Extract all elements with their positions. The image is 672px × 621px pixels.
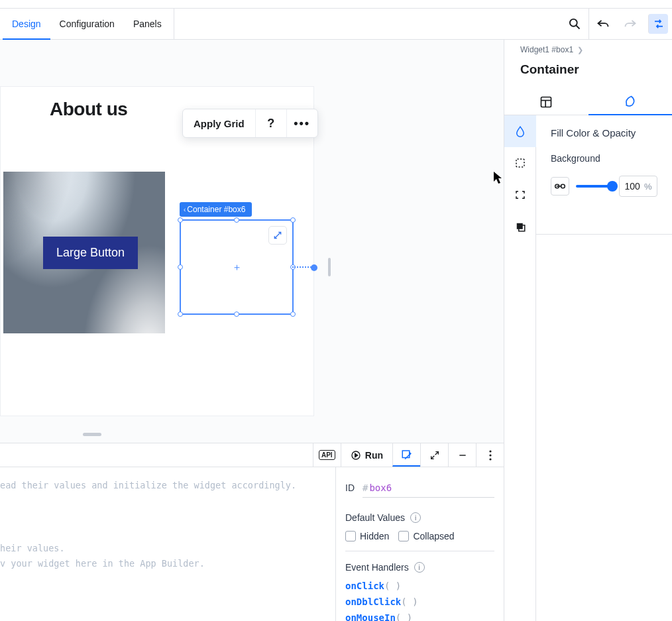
svg-rect-17 <box>402 451 410 458</box>
opacity-control: 100 % <box>551 176 657 197</box>
tab-panels[interactable]: Panels <box>124 9 171 39</box>
tab-configuration[interactable]: Configuration <box>50 9 124 39</box>
handler-onmousein[interactable]: onMouseIn( ) <box>345 612 494 621</box>
apply-grid-button[interactable]: Apply Grid <box>183 109 255 137</box>
svg-marker-16 <box>355 453 357 457</box>
background-label: Background <box>551 153 657 164</box>
hidden-label: Hidden <box>360 531 389 541</box>
resize-handle[interactable] <box>234 217 239 223</box>
api-button[interactable]: API <box>313 443 341 467</box>
resize-handle[interactable] <box>178 311 183 317</box>
svg-point-21 <box>489 450 491 452</box>
hidden-checkbox[interactable]: Hidden <box>345 531 389 541</box>
minimize-panel-button[interactable] <box>448 443 476 467</box>
id-label: ID <box>345 482 355 493</box>
link-icon[interactable] <box>551 177 569 196</box>
snap-target <box>328 258 331 276</box>
properties-panel-button[interactable] <box>392 443 420 467</box>
opacity-value: 100 <box>625 181 640 192</box>
help-icon[interactable]: ? <box>256 109 286 137</box>
inspector-rail <box>504 115 536 621</box>
id-input[interactable]: # box6 <box>363 478 494 498</box>
svg-point-22 <box>489 454 491 456</box>
tab-design[interactable]: Design <box>3 9 50 40</box>
svg-point-0 <box>570 19 577 27</box>
properties-panel: ID # box6 Default Values i Hidden Collap… <box>335 467 504 621</box>
context-toolbar: Apply Grid ? ••• <box>182 109 318 138</box>
large-button[interactable]: Large Button <box>43 237 138 269</box>
inspector-tab-design[interactable] <box>588 89 673 115</box>
svg-point-23 <box>489 458 491 460</box>
run-button[interactable]: Run <box>341 443 392 467</box>
code-line: ead their values and initialize the widg… <box>0 480 296 490</box>
info-icon[interactable]: i <box>414 562 425 573</box>
run-label: Run <box>365 450 383 461</box>
add-icon[interactable]: ＋ <box>232 261 242 274</box>
rail-shadow-button[interactable] <box>504 211 536 243</box>
selected-container[interactable]: ＋ <box>180 219 294 315</box>
opacity-unit: % <box>644 182 652 192</box>
inspector-title: Container <box>504 54 672 89</box>
selection-tag[interactable]: ‹ Container #box6 <box>180 202 252 217</box>
collapsed-checkbox[interactable]: Collapsed <box>398 531 454 541</box>
design-canvas[interactable]: About us Large Button ‹ Container #box6 … <box>0 40 504 443</box>
resize-handle[interactable] <box>290 217 296 223</box>
id-value: box6 <box>369 482 392 493</box>
defaults-title: Default Values <box>345 512 405 523</box>
redo-button[interactable] <box>616 8 644 40</box>
resize-handle[interactable] <box>178 264 183 270</box>
resize-handle[interactable] <box>290 311 296 317</box>
top-toolbar: Design Configuration Panels <box>0 8 672 40</box>
expand-icon[interactable] <box>268 226 287 245</box>
breadcrumb[interactable]: Widget1 #box1 ❯ <box>504 40 672 54</box>
more-icon[interactable]: ••• <box>287 109 317 137</box>
collapsed-label: Collapsed <box>413 531 454 541</box>
selection-tag-label: Container #box6 <box>187 205 245 214</box>
resize-handle[interactable] <box>234 311 239 317</box>
svg-rect-7 <box>516 159 524 167</box>
zoom-icon[interactable] <box>561 8 588 40</box>
rail-fill-button[interactable] <box>504 115 536 147</box>
cursor-icon <box>493 171 502 186</box>
developer-panel: API Run ead their values and initialize … <box>0 443 504 621</box>
section-title: Fill Color & Opacity <box>551 127 657 139</box>
slider-thumb[interactable] <box>607 181 618 192</box>
hash-icon: # <box>363 482 368 493</box>
handler-onclick[interactable]: onClick( ) <box>345 581 494 591</box>
toggle-panel-button[interactable] <box>648 14 668 34</box>
handlers-title: Event Handlers <box>345 562 409 573</box>
dev-toolbar: API Run <box>0 443 504 467</box>
undo-button[interactable] <box>588 8 616 40</box>
chevron-right-icon: ❯ <box>577 46 583 54</box>
svg-line-19 <box>431 455 434 459</box>
rail-corners-button[interactable] <box>504 179 536 211</box>
opacity-slider[interactable] <box>576 185 612 188</box>
rail-border-button[interactable] <box>504 147 536 179</box>
inspector-content: Fill Color & Opacity Background 100 % <box>536 115 672 235</box>
top-tabs: Design Configuration Panels <box>0 9 174 39</box>
top-actions <box>561 9 672 39</box>
panel-drag-handle[interactable] <box>83 433 101 436</box>
panel-more-button[interactable] <box>476 443 504 467</box>
svg-rect-8 <box>516 223 522 229</box>
docking-guide[interactable] <box>292 266 316 268</box>
svg-line-1 <box>577 26 580 29</box>
code-line: v your widget here in the App Builder. <box>0 558 205 569</box>
opacity-input[interactable]: 100 % <box>619 176 657 197</box>
resize-handle[interactable] <box>178 217 183 223</box>
chevron-left-icon: ‹ <box>184 206 186 213</box>
breadcrumb-text: Widget1 #box1 <box>520 45 573 54</box>
svg-line-14 <box>274 235 278 239</box>
inspector-tabs <box>504 89 672 115</box>
page-heading: About us <box>50 99 127 120</box>
svg-line-18 <box>435 451 438 455</box>
code-editor[interactable]: ead their values and initialize the widg… <box>0 467 335 621</box>
inspector-panel: Widget1 #box1 ❯ Container Fill Co <box>504 40 672 621</box>
selection: ‹ Container #box6 ＋ <box>180 202 294 315</box>
info-icon[interactable]: i <box>410 512 421 523</box>
svg-line-13 <box>278 232 281 235</box>
expand-panel-button[interactable] <box>420 443 448 467</box>
handler-ondblclick[interactable]: onDblClick( ) <box>345 596 494 607</box>
inspector-tab-layout[interactable] <box>504 89 588 115</box>
code-line: heir values. <box>0 543 65 553</box>
